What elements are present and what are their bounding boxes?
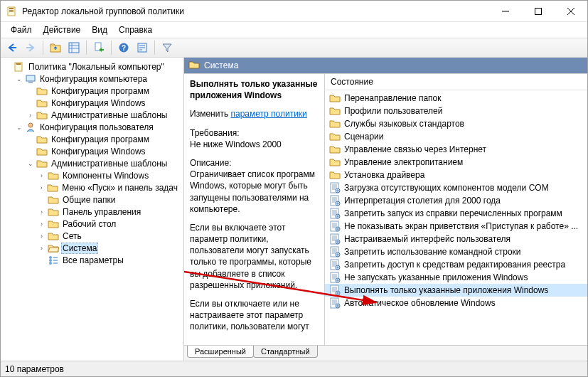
tree-item[interactable]: Конфигурация Windows [26, 97, 183, 109]
tree-user-config[interactable]: ⌄ Конфигурация пользователя [15, 121, 183, 133]
list-item[interactable]: Управление связью через Интернет [325, 143, 587, 156]
list-item[interactable]: Не показывать экран приветствия «Приступ… [325, 220, 587, 233]
filter-button[interactable] [159, 39, 176, 56]
settings-list[interactable]: Перенаправление папокПрофили пользовател… [325, 90, 587, 345]
list-item-label: Перенаправление папок [344, 93, 442, 103]
list-item[interactable]: Запретить использование командной строки [325, 245, 587, 258]
folder-icon [329, 105, 341, 117]
tree-item[interactable]: Конфигурация программ [26, 85, 183, 97]
list-item[interactable]: Настраиваемый интерфейс пользователя [325, 233, 587, 245]
tree-item[interactable]: Конфигурация Windows [26, 145, 183, 157]
status-count: 10 параметров [5, 364, 64, 374]
collapse-icon[interactable]: ⌄ [15, 75, 23, 83]
expand-icon[interactable]: › [38, 184, 45, 191]
policy-setting-icon [329, 297, 341, 309]
folder-icon [48, 230, 59, 242]
tree-item[interactable]: ›Меню «Пуск» и панель задач [38, 181, 183, 193]
tab-extended[interactable]: Расширенный [187, 346, 254, 358]
tree-item[interactable]: ›Рабочий стол [38, 218, 183, 230]
policy-setting-icon [329, 221, 341, 232]
list-item[interactable]: Службы языковых стандартов [325, 117, 587, 130]
expand-icon[interactable]: › [38, 233, 46, 240]
menu-action[interactable]: Действие [38, 23, 87, 36]
list-item[interactable]: Перенаправление папок [325, 92, 587, 105]
toolbar-separator [86, 41, 87, 55]
list-item[interactable]: Сценарии [325, 130, 587, 143]
list-view-button[interactable] [65, 39, 82, 56]
list-item[interactable]: Загрузка отсутствующих компонентов модел… [325, 181, 587, 194]
folder-icon [329, 131, 341, 142]
expand-icon[interactable]: › [38, 221, 46, 228]
list-item[interactable]: Запретить доступ к средствам редактирова… [325, 258, 587, 271]
list-item[interactable]: Автоматическое обновление Windows [325, 297, 587, 309]
expand-icon[interactable]: › [38, 172, 46, 179]
tree-item[interactable]: Общие папки [38, 193, 183, 206]
list-column-header[interactable]: Состояние [325, 74, 587, 90]
expand-icon[interactable]: › [26, 112, 34, 119]
menubar: Файл Действие Вид Справка [1, 22, 587, 38]
list-item[interactable]: Запретить запуск из справки перечисленны… [325, 207, 587, 220]
menu-help[interactable]: Справка [113, 23, 158, 36]
back-button[interactable] [4, 39, 21, 56]
view-tabs: Расширенный Стандартный [184, 345, 587, 361]
policy-name: Выполнять только указанные приложения Wi… [190, 78, 319, 101]
list-item-label: Не показывать экран приветствия «Приступ… [344, 221, 578, 231]
list-item-label: Выполнять только указанные приложения Wi… [344, 285, 548, 295]
forward-button[interactable] [22, 39, 39, 56]
export-button[interactable] [90, 39, 107, 56]
list-item-label: Настраиваемый интерфейс пользователя [344, 234, 511, 244]
list-item[interactable]: Установка драйвера [325, 169, 587, 181]
list-item-label: Профили пользователей [344, 106, 442, 116]
close-button[interactable] [555, 1, 587, 22]
svg-text:?: ? [122, 44, 126, 52]
folder-icon [329, 144, 341, 155]
properties-button[interactable] [134, 39, 151, 56]
maximize-button[interactable] [522, 1, 555, 22]
list-item-label: Управление связью через Интернет [344, 144, 486, 154]
folder-icon [47, 182, 58, 193]
tree-item-system[interactable]: ›Система [38, 242, 183, 254]
svg-rect-4 [535, 8, 542, 14]
tree-item[interactable]: ›Сеть [38, 230, 183, 242]
folder-icon [188, 59, 200, 73]
minimize-button[interactable] [489, 1, 522, 22]
tree-item[interactable]: ›Компоненты Windows [38, 169, 183, 181]
tab-standard[interactable]: Стандартный [253, 346, 318, 358]
tree-item[interactable]: Конфигурация программ [26, 133, 183, 145]
tree-root[interactable]: Политика "Локальный компьютер" [4, 60, 183, 73]
tree-admin-templates[interactable]: ⌄Административные шаблоны [26, 157, 183, 169]
app-icon [6, 6, 18, 17]
detail-header-title: Система [204, 60, 238, 70]
tree-item-all-settings[interactable]: Все параметры [38, 254, 183, 266]
folder-up-button[interactable] [47, 39, 64, 56]
help-button[interactable]: ? [115, 39, 132, 56]
description-text: Если вы отключаете или не настраиваете э… [190, 298, 319, 333]
tree-item[interactable]: ›Панель управления [38, 206, 183, 218]
policy-setting-icon [329, 259, 341, 270]
titlebar: Редактор локальной групповой политики [1, 1, 587, 22]
menu-file[interactable]: Файл [5, 23, 38, 36]
expand-icon[interactable]: › [38, 208, 46, 216]
list-item[interactable]: Интерпретация столетия для 2000 года [325, 194, 587, 207]
toolbar-separator [111, 41, 112, 55]
svg-rect-1 [9, 8, 14, 9]
tree-computer-config[interactable]: ⌄ Конфигурация компьютера [15, 73, 183, 85]
svg-point-17 [49, 259, 52, 262]
list-item[interactable]: Управление электропитанием [325, 156, 587, 169]
collapse-icon[interactable]: ⌄ [26, 160, 34, 167]
list-item-label: Управление электропитанием [344, 157, 463, 167]
requirements-label: Требования: [190, 127, 319, 139]
requirements-value: Не ниже Windows 2000 [190, 139, 319, 150]
tree-item[interactable]: ›Административные шаблоны [26, 109, 183, 121]
list-item-label: Сценарии [344, 132, 383, 142]
list-item[interactable]: Не запускать указанные приложения Window… [325, 271, 587, 284]
list-item[interactable]: Профили пользователей [325, 105, 587, 117]
svg-point-15 [28, 123, 33, 127]
menu-view[interactable]: Вид [86, 23, 113, 36]
edit-policy-link[interactable]: параметр политики [230, 109, 306, 119]
collapse-icon[interactable]: ⌄ [15, 124, 23, 131]
expand-icon[interactable]: › [38, 245, 46, 252]
list-item[interactable]: Выполнять только указанные приложения Wi… [325, 284, 587, 297]
folder-icon [36, 85, 48, 97]
navigation-tree[interactable]: Политика "Локальный компьютер" ⌄ Конфигу… [1, 58, 184, 361]
